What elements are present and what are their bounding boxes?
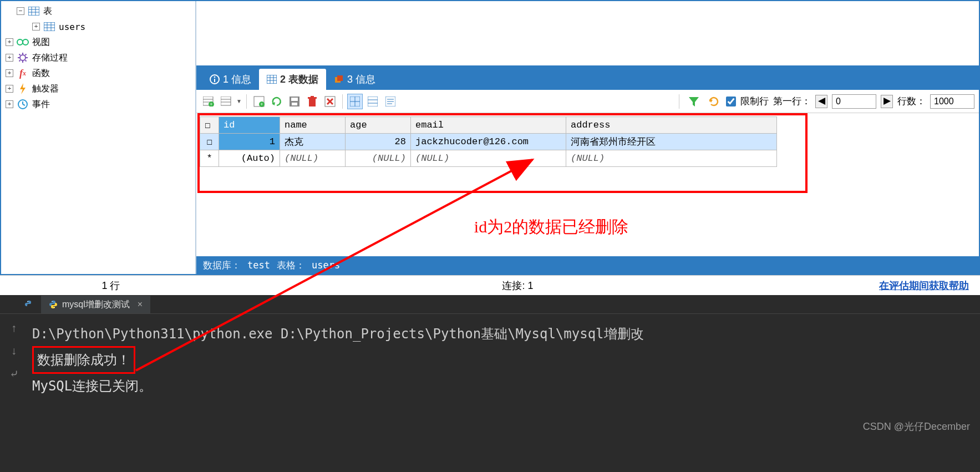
tbl-label: 表格： bbox=[277, 259, 305, 272]
svg-line-20 bbox=[19, 60, 21, 62]
cell-address[interactable]: 河南省郑州市经开区 bbox=[566, 134, 777, 150]
query-editor-placeholder[interactable] bbox=[196, 1, 979, 68]
tree-node-functions[interactable]: + fx 函数 bbox=[6, 65, 191, 81]
tree-label: users bbox=[59, 22, 85, 32]
toolbar-right-group: 限制行 第一行： ◀ ▶ 行数： bbox=[677, 94, 974, 109]
tab-info1[interactable]: 1 信息 bbox=[202, 69, 259, 90]
help-link[interactable]: 在评估期间获取帮助 bbox=[879, 280, 969, 291]
first-row-prev[interactable]: ◀ bbox=[815, 95, 827, 108]
data-grid-wrapper: ☐ id name age email address ☐ 1 杰克 28 ja bbox=[196, 113, 979, 256]
expand-icon[interactable]: + bbox=[6, 69, 13, 77]
tab-label: 2 表数据 bbox=[280, 73, 318, 86]
first-row-next[interactable]: ▶ bbox=[881, 95, 893, 108]
svg-rect-52 bbox=[311, 96, 314, 97]
insert-icon[interactable]: + bbox=[251, 94, 267, 109]
table-row[interactable]: ☐ 1 杰克 28 jackzhucoder@126.com 河南省郑州市经开区 bbox=[200, 134, 777, 150]
console-tab-prev[interactable] bbox=[17, 296, 41, 313]
col-email[interactable]: email bbox=[411, 117, 566, 134]
cell-name[interactable]: (NULL) bbox=[280, 150, 346, 167]
col-id[interactable]: id bbox=[219, 117, 280, 134]
collapse-icon[interactable]: − bbox=[17, 7, 24, 15]
row-checkbox[interactable]: ☐ bbox=[200, 134, 219, 150]
cell-id[interactable]: (Auto) bbox=[219, 150, 280, 167]
save-icon[interactable] bbox=[287, 94, 302, 109]
tab-tabledata[interactable]: 2 表数据 bbox=[259, 69, 326, 90]
col-address[interactable]: address bbox=[566, 117, 777, 134]
tree-node-procs[interactable]: + 存储过程 bbox=[6, 50, 191, 65]
table-group-icon bbox=[28, 6, 40, 16]
expand-icon[interactable]: + bbox=[6, 38, 13, 46]
svg-rect-5 bbox=[44, 22, 55, 31]
python-icon bbox=[24, 300, 33, 309]
grid-view-icon[interactable] bbox=[347, 94, 363, 109]
filter-icon[interactable] bbox=[686, 94, 702, 109]
svg-rect-49 bbox=[292, 103, 297, 105]
new-row-marker: * bbox=[200, 150, 219, 167]
row-count-input[interactable] bbox=[930, 94, 974, 109]
svg-rect-34 bbox=[337, 75, 343, 81]
refresh-icon[interactable] bbox=[706, 94, 722, 109]
expand-icon[interactable]: + bbox=[32, 23, 40, 31]
console-tab-label: mysql增删改测试 bbox=[62, 299, 130, 311]
dup-row-icon[interactable] bbox=[219, 94, 234, 109]
object-tree[interactable]: − 表 + users + 视图 + 存储过程 bbox=[1, 1, 196, 274]
ide-console: mysql增删改测试 × ↑ ↓ ⤶ D:\Python\Python311\p… bbox=[0, 295, 980, 472]
select-all-checkbox[interactable]: ☐ bbox=[200, 117, 219, 134]
python-icon bbox=[49, 300, 58, 309]
views-icon bbox=[17, 37, 29, 47]
form-view-icon[interactable] bbox=[365, 94, 380, 109]
output-line: MySQL连接已关闭。 bbox=[32, 374, 976, 398]
cell-email[interactable]: (NULL) bbox=[411, 150, 566, 167]
limit-rows-checkbox[interactable] bbox=[726, 97, 736, 106]
close-icon[interactable]: × bbox=[138, 300, 143, 309]
text-view-icon[interactable] bbox=[383, 94, 398, 109]
tree-node-tables[interactable]: − 表 bbox=[6, 3, 191, 19]
svg-point-68 bbox=[27, 301, 28, 302]
cell-age[interactable]: (NULL) bbox=[346, 150, 411, 167]
tree-node-users[interactable]: + users bbox=[6, 19, 191, 34]
expand-icon[interactable]: + bbox=[6, 100, 13, 108]
tree-node-views[interactable]: + 视图 bbox=[6, 34, 191, 50]
first-row-input[interactable] bbox=[832, 94, 876, 109]
dropdown-icon[interactable]: ▼ bbox=[236, 98, 242, 104]
console-tab-active[interactable]: mysql增删改测试 × bbox=[41, 296, 150, 313]
svg-line-19 bbox=[26, 54, 27, 55]
svg-point-10 bbox=[17, 39, 23, 45]
tab-info3[interactable]: 3 信息 bbox=[326, 69, 383, 90]
expand-icon[interactable]: + bbox=[6, 54, 13, 62]
add-row-icon[interactable]: + bbox=[201, 94, 216, 109]
main-panel: 1 信息 2 表数据 3 信息 + ▼ + bbox=[196, 1, 979, 274]
db-value: test bbox=[247, 260, 270, 271]
status-rows: 1 行 bbox=[0, 279, 222, 292]
tree-node-events[interactable]: + 事件 bbox=[6, 97, 191, 112]
cell-id[interactable]: 1 bbox=[219, 134, 280, 150]
down-arrow-icon[interactable]: ↓ bbox=[11, 344, 17, 357]
data-grid[interactable]: ☐ id name age email address ☐ 1 杰克 28 ja bbox=[200, 116, 777, 167]
console-output[interactable]: D:\Python\Python311\python.exe D:\Python… bbox=[28, 314, 980, 472]
tree-label: 存储过程 bbox=[32, 52, 68, 64]
annotation-text: id为2的数据已经删除 bbox=[374, 216, 729, 238]
svg-rect-48 bbox=[291, 98, 298, 101]
svg-point-11 bbox=[23, 39, 28, 45]
cell-name[interactable]: 杰克 bbox=[280, 134, 346, 150]
expand-icon[interactable]: + bbox=[6, 85, 13, 93]
db-label: 数据库： bbox=[203, 259, 241, 272]
cancel-icon[interactable] bbox=[322, 94, 338, 109]
status-bar: 1 行 连接: 1 在评估期间获取帮助 bbox=[0, 275, 980, 295]
wrap-icon[interactable]: ⤶ bbox=[9, 367, 19, 380]
tree-node-triggers[interactable]: + 触发器 bbox=[6, 81, 191, 97]
undo-icon[interactable] bbox=[269, 94, 285, 109]
cell-email[interactable]: jackzhucoder@126.com bbox=[411, 134, 566, 150]
first-row-label: 第一行： bbox=[773, 95, 811, 108]
up-arrow-icon[interactable]: ↑ bbox=[11, 322, 17, 334]
output-highlight: 数据删除成功！ bbox=[32, 346, 135, 374]
col-name[interactable]: name bbox=[280, 117, 346, 134]
svg-text:+: + bbox=[210, 101, 212, 106]
watermark: CSDN @光仔December bbox=[863, 420, 970, 433]
cell-age[interactable]: 28 bbox=[346, 134, 411, 150]
table-new-row[interactable]: * (Auto) (NULL) (NULL) (NULL) (NULL) bbox=[200, 150, 777, 167]
cell-address[interactable]: (NULL) bbox=[566, 150, 777, 167]
delete-icon[interactable] bbox=[304, 94, 320, 109]
col-age[interactable]: age bbox=[346, 117, 411, 134]
gear-icon bbox=[17, 53, 29, 63]
